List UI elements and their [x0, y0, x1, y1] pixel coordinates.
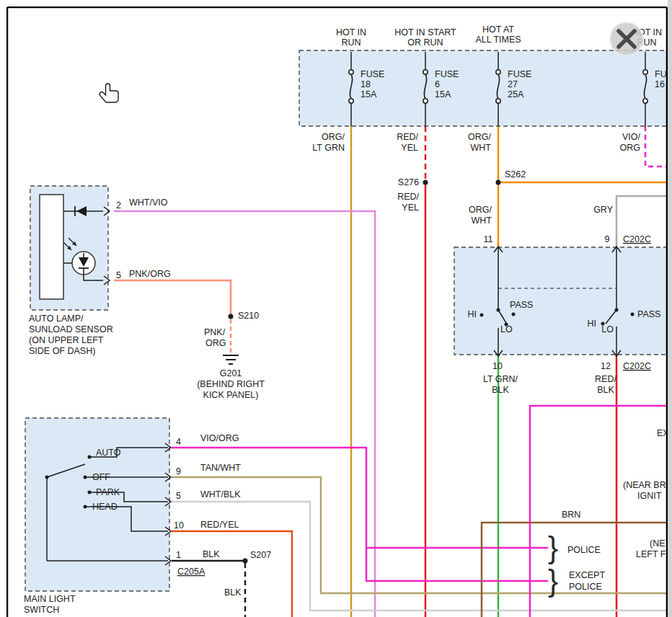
feed-label: OR RUN — [407, 37, 443, 48]
splice-label: S207 — [250, 550, 271, 560]
contact-dot-pass — [512, 313, 516, 316]
position-label-pass: PASS — [510, 300, 533, 310]
variant-brace-icon: } — [548, 531, 558, 564]
contact-dot — [615, 308, 619, 312]
wire-color-label: RED/ — [595, 374, 616, 384]
pin-number: 5 — [116, 270, 121, 280]
feed-label: HOT IN — [336, 27, 366, 37]
position-label-lo: LO — [500, 324, 513, 334]
contact-dot — [497, 308, 500, 312]
wire-color-label-brn: BRN — [562, 510, 580, 520]
feed-label: RUN — [341, 37, 361, 48]
fuse-amp: 15A — [361, 89, 377, 99]
position-label-lo: LO — [601, 324, 614, 334]
position-label-auto: AUTO — [96, 448, 121, 458]
splice-dot-s276 — [423, 180, 428, 185]
pin-number: 12 — [601, 361, 611, 371]
connector-name: C205A — [177, 567, 205, 577]
left-margin — [0, 0, 6, 617]
wire-color-label: ORG/ — [322, 132, 345, 142]
component-caption: SIDE OF DASH) — [29, 346, 95, 356]
fuse-box-outline — [299, 50, 672, 126]
wire-color-label: RED/YEL — [200, 520, 239, 530]
wire-color-label: BLK — [597, 385, 614, 395]
feed-label: ALL TIMES — [475, 35, 521, 45]
contact-dot-pass — [631, 313, 635, 316]
pin-number: 10 — [174, 520, 184, 531]
wire-color-label: RED/ — [397, 132, 418, 142]
position-label-head: HEAD — [92, 502, 118, 512]
fuse-amp: 25A — [508, 89, 524, 99]
fuse-amp: 15A — [435, 89, 451, 99]
pin-number: 4 — [176, 437, 181, 447]
wire-color-label: VIO/ — [622, 132, 641, 142]
wire-color-label: ORG — [620, 143, 640, 153]
close-button[interactable] — [610, 22, 643, 56]
position-label-off: OFF — [92, 472, 110, 482]
splice-label: S262 — [505, 169, 526, 179]
ground-location: KICK PANEL) — [203, 390, 259, 400]
wire-color-label: BLK — [203, 549, 220, 559]
top-margin — [0, 0, 672, 6]
component-caption: (ON UPPER LEFT — [29, 335, 104, 345]
splice-dot-s210 — [229, 314, 234, 319]
component-caption: AUTO LAMP/ — [29, 314, 84, 324]
pin-number: 10 — [492, 361, 503, 371]
wire-color-label: ORG/ — [468, 132, 491, 142]
clipped-text-fragment: LEFT F — [636, 549, 666, 559]
wire-color-label: WHT/VIO — [129, 197, 168, 208]
splice-dot-s207 — [243, 559, 248, 564]
position-label-pass: PASS — [637, 309, 660, 319]
fuse-number: 16 — [655, 79, 665, 89]
connector-name: C202C — [623, 361, 651, 371]
contact-dot-hi — [480, 314, 484, 317]
wire-color-label: TAN/WHT — [200, 463, 241, 473]
position-label-hi: HI — [588, 319, 597, 329]
fuse-name: FUSE — [435, 69, 459, 79]
clipped-text-fragment: (NE — [650, 538, 666, 549]
wire-color-label: RED/ — [397, 192, 419, 202]
connector-name: C202C — [623, 234, 651, 244]
splice-label: S210 — [238, 311, 259, 321]
position-label-hi: HI — [468, 309, 477, 319]
pivot-dot — [45, 476, 49, 479]
variant-label-police: POLICE — [567, 545, 601, 555]
ground-location: (BEHIND RIGHT — [197, 379, 265, 389]
wire-color-label: ORG/ — [469, 205, 492, 215]
splice-label: S276 — [398, 177, 419, 187]
position-label-park: PARK — [96, 487, 120, 497]
wire-color-label: LT GRN — [312, 143, 345, 153]
scrollbar-track[interactable] — [668, 0, 672, 617]
wire-color-label: LT GRN/ — [483, 374, 518, 384]
pin-number: 11 — [484, 234, 493, 244]
wire-color-label: YEL — [401, 143, 418, 153]
fuse-number: 6 — [435, 79, 440, 89]
feed-label: HOT AT — [482, 25, 514, 35]
sensor-body — [40, 195, 63, 299]
component-caption: SUNLOAD SENSOR — [29, 324, 113, 334]
pin-number: 5 — [176, 491, 181, 501]
pin-number: 9 — [605, 234, 610, 244]
fuse-number: 27 — [508, 79, 518, 89]
wire-color-label: BLK — [492, 385, 509, 395]
wire-color-label: WHT — [471, 143, 492, 153]
ground-name: G201 — [220, 368, 242, 378]
wire-color-label-gry: GRY — [593, 205, 614, 215]
fuse-name: FUSE — [361, 69, 384, 79]
variant-brace-icon: } — [548, 564, 558, 598]
fuse-name: FUSE — [508, 69, 531, 79]
pin-number: 2 — [116, 200, 121, 210]
feed-label: HOT IN START — [394, 27, 456, 37]
wire-color-label: WHT/BLK — [200, 489, 241, 500]
wire-color-label: ORG — [205, 338, 226, 348]
fuse-number: 18 — [361, 79, 371, 89]
splice-dot-s262 — [496, 180, 501, 185]
clipped-text-fragment: IGNIT — [637, 491, 662, 501]
pin-number: 1 — [176, 550, 181, 560]
component-caption: SWITCH — [24, 605, 59, 615]
wiring-diagram: HOT IN RUN FUSE 18 15A ORG/ LT GRN HOT I… — [0, 0, 672, 617]
wire-color-label: VIO/ORG — [200, 433, 239, 443]
variant-label-except: POLICE — [569, 582, 602, 592]
wire-color-label: PNK/ — [204, 327, 226, 337]
wire-color-label: BLK — [224, 587, 242, 598]
